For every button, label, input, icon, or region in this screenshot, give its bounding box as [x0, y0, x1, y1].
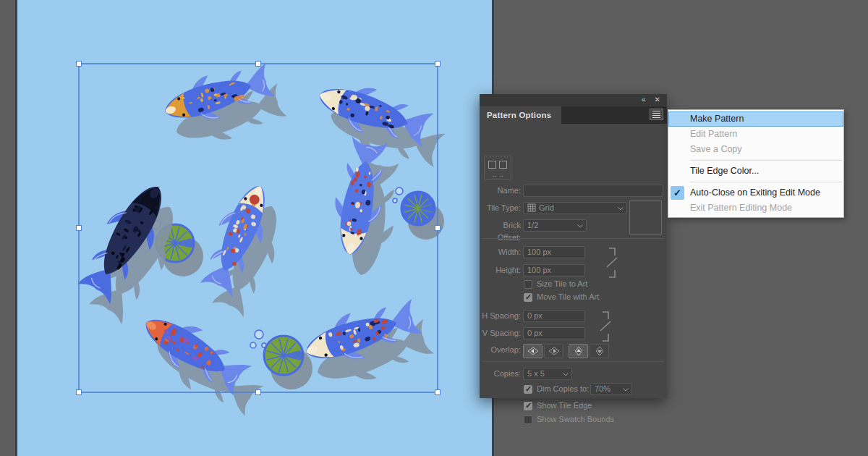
selection-handle[interactable]	[435, 226, 441, 231]
tile-icon	[499, 161, 507, 169]
separator	[482, 361, 664, 362]
overlap-right-icon	[548, 347, 560, 355]
overlap-left-icon	[527, 347, 539, 355]
brick-offset-dropdown[interactable]: 1/2	[523, 219, 587, 232]
show-tile-edge-label: Show Tile Edge	[537, 401, 592, 410]
selection-handle[interactable]	[77, 226, 82, 231]
selection-handle[interactable]	[256, 390, 261, 395]
bubble	[393, 198, 397, 203]
separator	[482, 238, 664, 239]
selection-handle[interactable]	[435, 62, 441, 67]
height-input[interactable]: 100 px	[523, 264, 585, 276]
selection-handle[interactable]	[435, 390, 441, 395]
overlap-label: Overlap:	[480, 344, 521, 356]
menu-item-tile-edge-color[interactable]: Tile Edge Color...	[668, 164, 843, 179]
overlap-left-in-front-button[interactable]	[523, 344, 542, 358]
chevron-down-icon	[577, 224, 583, 228]
overlap-top-icon	[574, 346, 583, 356]
h-spacing-input[interactable]: 0 px	[523, 310, 585, 322]
height-label: Height:	[480, 264, 521, 276]
panel-close-icon[interactable]: ✕	[655, 94, 660, 106]
pattern-tile-tool-button[interactable]: ↔ ↔	[484, 156, 511, 180]
panel-body: ↔ ↔ Name: Tile Type: Grid Brick Offset:	[480, 124, 667, 398]
menu-item-save-a-copy: Save a Copy	[668, 142, 843, 157]
bubble	[255, 330, 263, 339]
panel-flyout-menu-button[interactable]	[650, 109, 663, 120]
v-spacing-label: V Spacing:	[480, 327, 521, 339]
bubble	[250, 342, 256, 348]
name-input[interactable]	[523, 185, 663, 197]
overlap-right-in-front-button[interactable]	[544, 344, 563, 358]
menu-item-edit-pattern: Edit Pattern	[668, 127, 843, 142]
size-tile-to-art-label: Size Tile to Art	[537, 279, 587, 288]
chevron-down-icon	[563, 373, 569, 376]
dim-copies-dropdown[interactable]: 70%	[590, 383, 632, 395]
selection-handle[interactable]	[256, 62, 261, 67]
menu-separator	[690, 160, 842, 161]
show-swatch-bounds-checkbox[interactable]	[524, 415, 532, 424]
dim-copies-checkbox[interactable]	[524, 385, 532, 394]
link-spacing-icon[interactable]	[597, 311, 612, 342]
koi-artwork[interactable]	[17, 0, 492, 456]
h-spacing-label: H Spacing:	[480, 310, 521, 322]
panel-flyout-menu: Make PatternEdit PatternSave a CopyTile …	[668, 109, 844, 218]
menu-separator	[690, 182, 842, 182]
show-tile-edge-checkbox[interactable]	[524, 402, 532, 410]
overlap-bottom-icon	[595, 346, 604, 356]
grid-icon	[527, 203, 536, 212]
canvas-left-edge	[15, 0, 17, 456]
copies-label: Copies:	[480, 368, 521, 380]
chevron-down-icon	[623, 388, 629, 392]
menu-item-exit-pattern-editing-mode: Exit Pattern Editing Mode	[668, 200, 843, 216]
hamburger-icon	[652, 109, 660, 119]
illustrator-workspace: « ✕ Pattern Options ↔ ↔ Name: Tile Type:	[0, 0, 868, 456]
menu-item-make-pattern[interactable]: Make Pattern	[668, 111, 843, 127]
size-tile-to-art-checkbox[interactable]	[524, 280, 532, 289]
overlap-top-in-front-button[interactable]	[569, 344, 588, 358]
checkmark-icon: ✓	[671, 186, 684, 200]
v-spacing-input[interactable]: 0 px	[523, 327, 585, 339]
document-canvas[interactable]	[17, 0, 492, 456]
tile-arrows-icon: ↔ ↔	[485, 173, 511, 179]
move-tile-with-art-checkbox[interactable]	[524, 293, 532, 302]
move-tile-with-art-label: Move Tile with Art	[537, 292, 599, 301]
show-swatch-bounds-label: Show Swatch Bounds	[537, 415, 614, 423]
link-dimensions-icon[interactable]	[604, 247, 618, 279]
panel-tab-row: Pattern Options	[480, 106, 667, 124]
brick-offset-label: Brick Offset:	[480, 219, 521, 244]
bubble	[262, 343, 266, 347]
tile-icon	[488, 161, 496, 169]
menu-item-auto-close-on-exiting-edit-mode[interactable]: ✓Auto-Close on Exiting Edit Mode	[668, 185, 843, 200]
overlap-bottom-in-front-button[interactable]	[590, 344, 609, 358]
panel-collapse-icon[interactable]: «	[642, 94, 646, 106]
tile-type-label: Tile Type:	[480, 202, 521, 214]
dim-copies-label: Dim Copies to:	[537, 384, 589, 393]
name-label: Name:	[480, 185, 521, 197]
width-input[interactable]: 100 px	[523, 246, 585, 258]
selection-handle[interactable]	[77, 62, 82, 67]
tile-type-dropdown[interactable]: Grid	[523, 202, 627, 214]
pattern-options-panel: « ✕ Pattern Options ↔ ↔ Name: Tile Type:	[480, 94, 667, 398]
selection-handle[interactable]	[77, 390, 82, 395]
panel-titlebar: « ✕	[480, 94, 667, 106]
bubble	[396, 187, 403, 195]
chevron-down-icon	[618, 207, 624, 211]
width-label: Width:	[480, 246, 521, 258]
tab-pattern-options[interactable]: Pattern Options	[480, 106, 561, 124]
copies-dropdown[interactable]: 5 x 5	[523, 368, 572, 380]
